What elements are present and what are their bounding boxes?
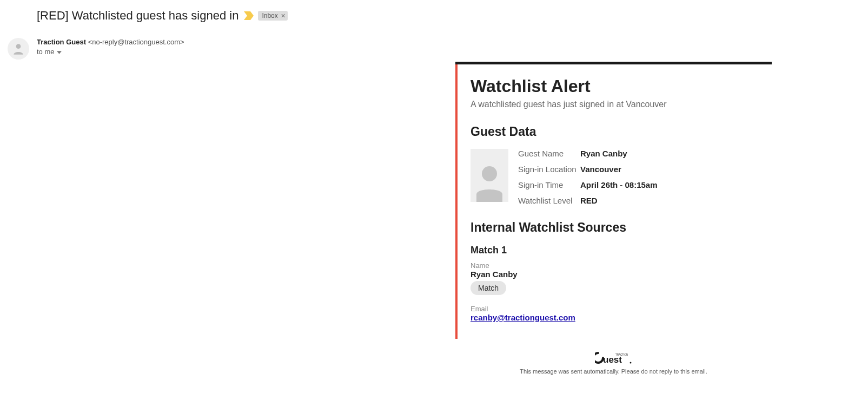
- signin-location-label: Sign-in Location: [518, 165, 580, 174]
- to-line[interactable]: to me: [37, 48, 184, 56]
- footer-logo: uest TRACTION: [595, 351, 633, 367]
- email-subject: [RED] Watchlisted guest has signed in: [37, 9, 238, 23]
- match-name-value: Ryan Canby: [471, 270, 772, 279]
- sender-name: Traction Guest: [37, 38, 86, 46]
- important-icon[interactable]: [244, 11, 254, 20]
- svg-point-0: [16, 44, 21, 49]
- person-icon: [11, 42, 25, 56]
- inbox-label-chip[interactable]: Inbox ✕: [258, 11, 287, 21]
- remove-label-icon[interactable]: ✕: [281, 12, 286, 19]
- guest-photo-placeholder: [471, 149, 508, 202]
- guest-data-title: Guest Data: [471, 125, 772, 139]
- to-text: to me: [37, 48, 55, 56]
- match-title: Match 1: [471, 245, 772, 256]
- match-pill: Match: [471, 281, 506, 295]
- avatar[interactable]: [8, 38, 29, 60]
- signin-time-label: Sign-in Time: [518, 180, 580, 189]
- svg-text:TRACTION: TRACTION: [615, 353, 628, 356]
- watchlist-level-value: RED: [580, 196, 658, 205]
- signin-location-value: Vancouver: [580, 165, 658, 174]
- caret-down-icon[interactable]: [57, 48, 62, 56]
- signin-time-value: April 26th - 08:15am: [580, 180, 658, 189]
- inbox-label-text: Inbox: [262, 12, 277, 19]
- match-email-link[interactable]: rcanby@tractionguest.com: [471, 313, 575, 322]
- svg-point-1: [482, 166, 497, 181]
- alert-subtitle: A watchlisted guest has just signed in a…: [471, 100, 772, 109]
- match-email-label: Email: [471, 305, 772, 313]
- guest-name-label: Guest Name: [518, 149, 580, 158]
- sender-email: <no-reply@tractionguest.com>: [88, 38, 184, 46]
- footer-disclaimer: This message was sent automatically. Ple…: [455, 368, 772, 375]
- watchlist-level-label: Watchlist Level: [518, 196, 580, 205]
- svg-point-4: [630, 362, 631, 364]
- alert-title: Watchlist Alert: [471, 76, 772, 96]
- sources-title: Internal Watchlist Sources: [471, 220, 772, 235]
- match-name-label: Name: [471, 261, 772, 270]
- guest-name-value: Ryan Canby: [580, 149, 658, 158]
